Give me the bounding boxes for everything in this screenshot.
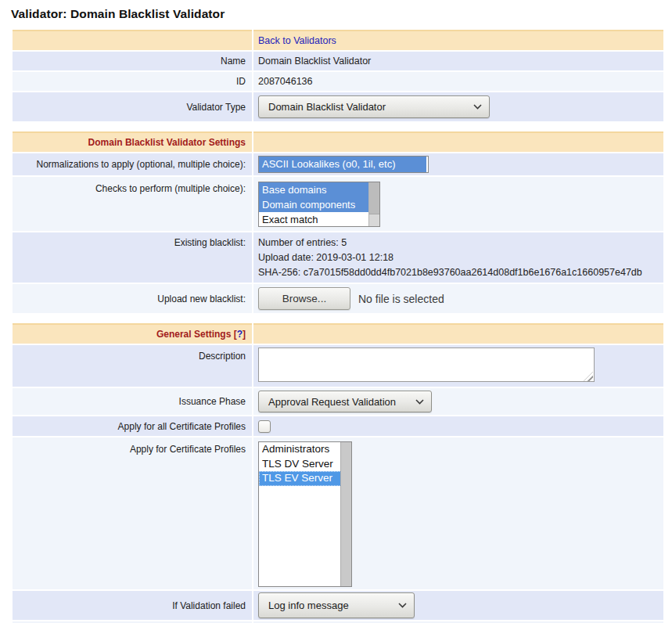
blacklist-entry-count: Number of entries: 5 (258, 236, 657, 250)
chevron-down-icon (473, 104, 482, 110)
normalizations-cell: ASCII Lookalikes (o0, 1il, etc) (253, 153, 663, 175)
apply-all-profiles-checkbox[interactable] (258, 420, 271, 433)
browse-button[interactable]: Browse... (258, 287, 350, 310)
general-section-title: General Settings (156, 329, 231, 340)
checks-row: Checks to perform (multiple choice): Bas… (13, 177, 663, 231)
validator-type-cell: Domain Blacklist Validator (253, 92, 663, 121)
settings-section-title: Domain Blacklist Validator Settings (88, 137, 246, 148)
header-link-cell: Back to Validators (253, 30, 663, 50)
upload-blacklist-cell: Browse... No file is selected (253, 284, 663, 313)
normalizations-label: Normalizations to apply (optional, multi… (13, 153, 252, 175)
page-title: Validator: Domain Blacklist Validator (11, 7, 672, 21)
general-header-spacer (253, 323, 663, 344)
validation-failed-select[interactable]: Log info message (258, 592, 415, 618)
validator-type-label: Validator Type (13, 92, 252, 121)
existing-blacklist-row: Existing blacklist: Number of entries: 5… (13, 232, 663, 283)
checks-option-exact-match[interactable]: Exact match (259, 212, 369, 227)
apply-profiles-label: Apply for Certificate Profiles (13, 438, 252, 589)
settings-header-spacer (253, 131, 663, 152)
name-row: Name Domain Blacklist Validator (13, 52, 663, 70)
name-label: Name (13, 52, 252, 70)
validation-failed-cell: Log info message (253, 591, 663, 620)
apply-all-profiles-row: Apply for all Certificate Profiles (13, 416, 663, 436)
profile-option-tls-ev-server[interactable]: TLS EV Server (259, 471, 341, 486)
certificate-profiles-listbox[interactable]: Administrators TLS DV Server TLS EV Serv… (258, 441, 352, 587)
chevron-down-icon (398, 603, 407, 608)
blacklist-settings-table: Domain Blacklist Validator Settings Norm… (11, 130, 665, 315)
blacklist-upload-date: Upload date: 2019-03-01 12:18 (258, 250, 657, 265)
settings-header-row: Domain Blacklist Validator Settings (13, 131, 663, 152)
general-settings-table: General Settings [?] Description Issuanc… (11, 322, 665, 623)
checks-scrollbar-thumb[interactable] (369, 182, 379, 214)
apply-profiles-row: Apply for Certificate Profiles Administr… (13, 438, 663, 589)
issuance-phase-cell: Approval Request Validation (253, 388, 663, 415)
validator-type-select[interactable]: Domain Blacklist Validator (258, 95, 490, 118)
id-value: 2087046136 (253, 72, 663, 91)
apply-all-profiles-cell (253, 416, 663, 436)
checks-label: Checks to perform (multiple choice): (13, 177, 252, 231)
name-value: Domain Blacklist Validator (253, 52, 663, 70)
issuance-phase-select[interactable]: Approval Request Validation (258, 391, 432, 412)
table-header-row: Back to Validators (13, 30, 663, 50)
checks-select-scrollbar[interactable] (368, 182, 379, 226)
upload-blacklist-row: Upload new blacklist: Browse... No file … (13, 284, 663, 313)
file-status-text: No file is selected (358, 293, 444, 305)
issuance-phase-selected-value: Approval Request Validation (268, 396, 396, 408)
apply-profiles-cell: Administrators TLS DV Server TLS EV Serv… (253, 438, 663, 589)
apply-all-profiles-label: Apply for all Certificate Profiles (13, 416, 252, 436)
id-label: ID (13, 72, 252, 91)
existing-blacklist-cell: Number of entries: 5 Upload date: 2019-0… (253, 232, 663, 283)
profile-option-tls-dv-server[interactable]: TLS DV Server (259, 457, 341, 472)
back-to-validators-link[interactable]: Back to Validators (258, 35, 336, 46)
settings-header-cell: Domain Blacklist Validator Settings (13, 131, 252, 152)
normalizations-row: Normalizations to apply (optional, multi… (13, 153, 663, 175)
description-row: Description (13, 345, 663, 387)
blacklist-sha256: SHA-256: c7a7015f58dd0dd4fb7021b8e93760a… (258, 265, 657, 280)
validator-type-row: Validator Type Domain Blacklist Validato… (13, 92, 663, 121)
existing-blacklist-label: Existing blacklist: (13, 232, 252, 283)
chevron-down-icon (415, 399, 424, 405)
issuance-phase-row: Issuance Phase Approval Request Validati… (13, 388, 663, 415)
checks-cell: Base domains Domain components Exact mat… (253, 177, 663, 231)
issuance-phase-label: Issuance Phase (13, 388, 252, 415)
general-header-row: General Settings [?] (13, 323, 663, 344)
profiles-listbox-scrollbar[interactable] (340, 442, 351, 586)
description-cell (253, 345, 663, 387)
validator-type-selected-value: Domain Blacklist Validator (268, 101, 386, 113)
profile-option-administrators[interactable]: Administrators (259, 442, 341, 457)
checks-select[interactable]: Base domains Domain components Exact mat… (258, 182, 380, 227)
upload-blacklist-label: Upload new blacklist: (13, 284, 252, 313)
description-textarea[interactable] (258, 348, 595, 382)
checks-option-base-domains[interactable]: Base domains (259, 182, 369, 197)
validation-failed-label: If Validation failed (13, 591, 252, 620)
general-header-cell: General Settings [?] (13, 323, 252, 344)
normalizations-option-ascii-lookalikes[interactable]: ASCII Lookalikes (o0, 1il, etc) (259, 157, 426, 172)
description-label: Description (13, 345, 252, 387)
validation-failed-selected-value: Log info message (268, 600, 349, 611)
checks-option-domain-components[interactable]: Domain components (259, 197, 369, 212)
id-row: ID 2087046136 (13, 72, 663, 91)
header-spacer-cell (13, 30, 252, 50)
validation-failed-row: If Validation failed Log info message (13, 591, 663, 620)
normalizations-select[interactable]: ASCII Lookalikes (o0, 1il, etc) (258, 156, 429, 173)
validator-info-table: Back to Validators Name Domain Blacklist… (11, 28, 665, 123)
help-link[interactable]: ? (237, 329, 243, 340)
help-bracket-close: ] (243, 329, 246, 340)
